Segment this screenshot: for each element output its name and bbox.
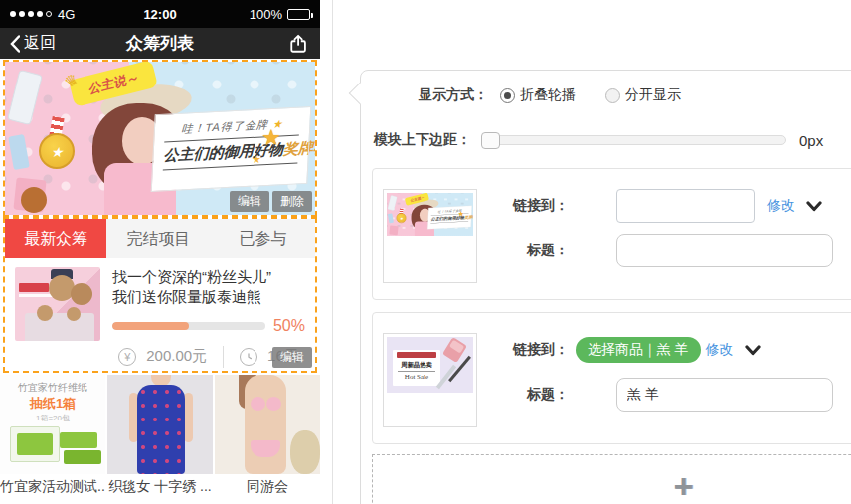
link-input[interactable] (616, 189, 755, 223)
crowdfund-title: 找一个资深的“粉丝头儿” 我们送你限量版泰迪熊 (112, 267, 305, 308)
clock-icon (240, 348, 257, 366)
product-item-card: 周新品热卖 Hot Sale 链接到： 选择商品｜羔 羊 修改 标题： (372, 312, 851, 444)
thumb-base-shape (25, 313, 94, 341)
radio-option-separate-display[interactable]: 分开显示 (605, 86, 681, 104)
display-mode-row: 显示方式： 折叠轮播 分开显示 (361, 86, 851, 104)
display-mode-label: 显示方式： (419, 86, 488, 104)
model-arm-shape (184, 393, 193, 442)
page-title: 众筹列表 (0, 32, 320, 55)
module-margin-label: 模块上下边距： (374, 131, 471, 149)
margin-slider-track[interactable] (481, 135, 786, 145)
banner-item-card: ★ 公主说～ 哇！TA得了金牌 公主们的御用好物奖牌榜 ★ (372, 168, 851, 300)
banner-edit-button[interactable]: 编辑 (230, 191, 269, 212)
gold-medal-icon: ★ (39, 133, 75, 169)
product-art-text: 竹宜家竹纤维纸 (0, 381, 105, 395)
title-label: 标题： (373, 242, 569, 259)
share-button[interactable] (288, 34, 310, 54)
tissue-box-shape (10, 426, 60, 462)
module-margin-row: 模块上下边距： 0px (361, 131, 851, 149)
nav-bar: 返回 众筹列表 (0, 28, 320, 59)
margin-value: 0px (799, 132, 823, 149)
product-image (215, 375, 320, 474)
cosmetic-tube-shape (8, 134, 30, 170)
dried-flowers-shape (290, 430, 320, 474)
settings-panel: 显示方式： 折叠轮播 分开显示 模块上下边距： 0px (360, 70, 851, 504)
product-art-text: 抽纸1箱 (0, 395, 105, 413)
product-image (107, 375, 213, 474)
plus-icon: + (674, 469, 694, 503)
battery-percent: 100% (250, 7, 282, 22)
product-tile[interactable]: 竹宜家竹纤维纸 抽纸1箱 1箱=20包 竹宜家活动测试... (0, 375, 105, 500)
modify-link[interactable]: 修改 (767, 197, 795, 215)
progress-bar (112, 322, 265, 330)
star-icon: ★ (252, 153, 261, 166)
banner-module[interactable]: ★ ♛ 公主说～ 哇！TA得了金牌 ★ 公主们的御用好物奖牌榜 ★ ★ 编辑 (3, 60, 317, 217)
link-to-label: 链接到： (373, 197, 569, 215)
title-input[interactable] (616, 378, 833, 412)
add-item-dropzone[interactable]: + (372, 454, 851, 504)
crown-icon: ♛ (59, 66, 85, 96)
thumb-red-badge (19, 283, 49, 292)
thumb-text-line (19, 294, 53, 297)
banner-delete-button[interactable]: 删除 (272, 191, 312, 212)
product-tile[interactable]: 同游会 (215, 375, 320, 500)
tab-finished-projects[interactable]: 完结项目 (106, 219, 211, 258)
tab-participated[interactable]: 已参与 (211, 219, 315, 258)
banner-slogan-box: 哇！TA得了金牌 ★ 公主们的御用好物奖牌榜 (152, 107, 311, 191)
battery-icon (287, 9, 310, 20)
share-icon (288, 34, 310, 54)
radio-option-label: 分开显示 (625, 86, 681, 104)
modify-link[interactable]: 修改 (706, 341, 734, 359)
basketball-shape (21, 187, 47, 213)
selected-product-badge[interactable]: 选择商品｜羔 羊 (576, 337, 701, 363)
product-tile[interactable]: 织毯女 十字绣 ... (107, 375, 213, 500)
teddy-bear-shape (71, 283, 92, 305)
title-label: 标题： (373, 386, 569, 404)
title-input[interactable] (616, 234, 833, 267)
radio-unselected-icon[interactable] (605, 88, 620, 103)
chevron-down-icon[interactable] (806, 201, 822, 212)
phone-preview: 4G 12:00 100% 返回 众筹列表 (0, 0, 320, 504)
radio-option-collapse-carousel[interactable]: 折叠轮播 (500, 86, 576, 104)
crowdfund-thumbnail (15, 267, 100, 341)
margin-slider-handle[interactable] (481, 132, 500, 149)
progress-fill (112, 322, 189, 330)
tissue-box-shape (64, 450, 101, 464)
tab-newest-crowdfund[interactable]: 最新众筹 (5, 219, 106, 258)
product-name: 同游会 (215, 474, 320, 500)
product-name: 织毯女 十字绣 ... (107, 474, 213, 500)
link-to-label: 链接到： (373, 341, 569, 359)
product-art-text: 1箱=20包 (0, 413, 105, 423)
amount-label: 200.00元 (146, 347, 207, 366)
model-body-shape (245, 375, 286, 474)
pane-divider (332, 0, 333, 504)
speech-bubble-text: 公主说～ (86, 70, 140, 96)
product-name: 竹宜家活动测试... (0, 474, 105, 500)
lingerie-shape (266, 397, 281, 411)
progress-percent-label: 50% (273, 317, 305, 335)
star-icon: ★ (261, 125, 281, 151)
app-root: 4G 12:00 100% 返回 众筹列表 (0, 0, 851, 504)
radio-selected-icon[interactable] (500, 88, 515, 103)
crowdfund-list-module[interactable]: 最新众筹 完结项目 已参与 找一个资深的“粉丝头儿” (3, 217, 317, 373)
cosmetic-bottle-shape (7, 70, 43, 125)
tissue-box-shape (60, 432, 97, 448)
crowdfund-item[interactable]: 找一个资深的“粉丝头儿” 我们送你限量版泰迪熊 50% ¥ 200.00元 (5, 258, 315, 368)
status-bar: 4G 12:00 100% (0, 0, 320, 28)
product-grid: 竹宜家竹纤维纸 抽纸1箱 1箱=20包 竹宜家活动测试... 织毯女 十字绣 .… (0, 375, 320, 500)
radio-option-label: 折叠轮播 (520, 86, 576, 104)
teddy-bear-shape (37, 305, 53, 321)
blue-dress-shape (137, 385, 185, 474)
divider (223, 346, 224, 368)
product-image: 竹宜家竹纤维纸 抽纸1箱 1箱=20包 (0, 375, 105, 474)
lingerie-shape (251, 397, 265, 411)
tab-bar: 最新众筹 完结项目 已参与 (5, 219, 315, 258)
yen-icon: ¥ (118, 348, 136, 366)
teddy-bear-shape (67, 307, 81, 321)
chevron-down-icon[interactable] (745, 345, 761, 356)
list-edit-button[interactable]: 编辑 (272, 347, 312, 368)
